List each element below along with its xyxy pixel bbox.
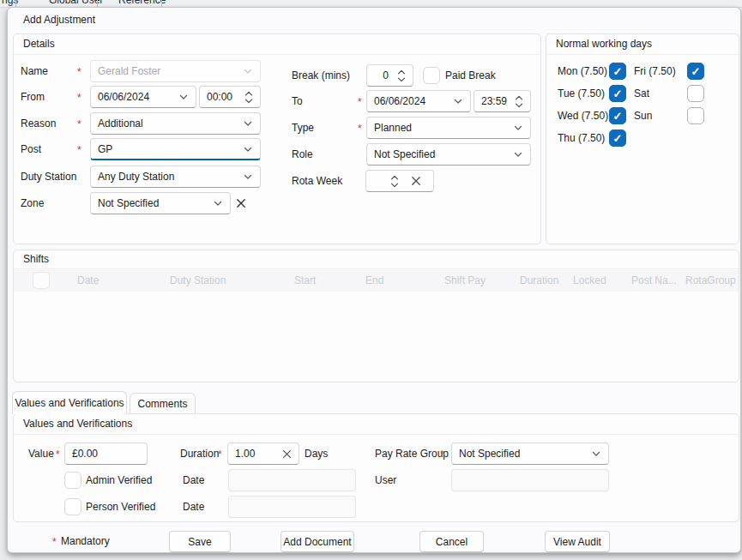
details-group: Details Name * Gerald Foster From * 06/0…: [13, 33, 541, 244]
from-time-spinner[interactable]: 00:00: [199, 86, 261, 108]
post-label: Post: [21, 138, 41, 160]
zone-label: Zone: [21, 192, 44, 214]
admin-date-label: Date: [183, 469, 204, 491]
tab-comments[interactable]: Comments: [130, 393, 196, 414]
chevron-down-icon: [243, 172, 253, 182]
reason-combobox[interactable]: Additional: [90, 112, 261, 135]
spin-down-button[interactable]: [390, 183, 399, 188]
name-label: Name: [21, 60, 48, 82]
post-required-asterisk: *: [77, 138, 81, 160]
cancel-button[interactable]: Cancel: [419, 531, 484, 552]
tue-label: Tue (7.50): [558, 82, 605, 105]
background-tab-reference: Reference: [118, 0, 166, 6]
clear-icon: [411, 176, 421, 186]
zone-combobox[interactable]: Not Specified: [90, 192, 231, 214]
tue-checkbox[interactable]: [609, 85, 626, 102]
post-combobox[interactable]: GP: [90, 138, 261, 160]
fri-label: Fri (7.50): [634, 60, 676, 82]
chevron-down-icon: [397, 77, 406, 82]
tab-label: Values and Verifications: [15, 397, 124, 409]
chevron-up-icon: [390, 175, 399, 180]
to-date-combobox[interactable]: 06/06/2024: [366, 90, 471, 112]
column-header-locked: Locked: [573, 270, 606, 292]
mon-checkbox[interactable]: [609, 63, 626, 80]
wed-checkbox[interactable]: [609, 107, 626, 124]
spin-down-button[interactable]: [244, 99, 253, 104]
screen: ngs Global User Reference Add Adjustment…: [0, 0, 742, 560]
dialog-title: Add Adjustment: [23, 14, 95, 26]
to-required-asterisk: *: [358, 90, 362, 112]
role-combobox[interactable]: Not Specified: [366, 143, 531, 166]
chevron-down-icon: [513, 123, 523, 133]
chevron-up-icon: [397, 69, 406, 75]
column-header-shift-pay: Shift Pay: [444, 270, 486, 292]
clear-icon: [236, 198, 246, 208]
sat-label: Sat: [634, 82, 649, 105]
background-tab-global-user: Global User: [49, 0, 103, 6]
duration-clear-button[interactable]: [282, 449, 292, 459]
spin-up-button[interactable]: [390, 175, 399, 180]
spin-down-button[interactable]: [515, 103, 523, 108]
rota-week-spinner[interactable]: [365, 170, 434, 192]
chevron-down-icon: [243, 144, 253, 154]
zone-clear-button[interactable]: [236, 198, 246, 208]
spin-up-button[interactable]: [244, 91, 253, 96]
duty-station-combobox[interactable]: Any Duty Station: [90, 166, 261, 188]
value-required-asterisk: *: [56, 443, 60, 465]
tab-values-and-verifications[interactable]: Values and Verifications: [12, 391, 127, 414]
wed-label: Wed (7.50): [558, 105, 608, 127]
add-document-button[interactable]: Add Document: [281, 531, 354, 552]
column-header-start: Start: [294, 270, 316, 292]
shifts-table-body: [14, 292, 739, 382]
admin-date-input: [228, 469, 356, 491]
user-label: User: [375, 469, 396, 491]
name-required-asterisk: *: [77, 60, 81, 82]
break-mins-label: Break (mins): [292, 64, 350, 87]
chevron-down-icon: [453, 96, 463, 106]
sun-label: Sun: [634, 105, 652, 127]
to-time-spinner[interactable]: 23:59: [474, 90, 531, 112]
person-verified-checkbox[interactable]: [64, 498, 81, 515]
type-required-asterisk: *: [358, 117, 362, 139]
reason-label: Reason: [21, 112, 56, 135]
value-input[interactable]: £0.00: [64, 443, 148, 465]
type-combobox[interactable]: Planned: [366, 117, 531, 139]
values-verifications-title: Values and Verifications: [14, 414, 739, 435]
sat-checkbox[interactable]: [687, 85, 704, 102]
thu-checkbox[interactable]: [609, 129, 626, 147]
pay-rate-group-required-asterisk: *: [440, 443, 444, 465]
column-header-post-name: Post Na...: [631, 270, 677, 292]
duration-unit-label: Days: [305, 443, 328, 465]
break-mins-spinner[interactable]: 0: [366, 64, 413, 87]
admin-verified-label: Admin Verified: [86, 469, 152, 491]
column-header-duration: Duration: [520, 270, 558, 292]
spin-down-button[interactable]: [397, 77, 406, 82]
pay-rate-group-combobox[interactable]: Not Specified: [451, 443, 609, 465]
pay-rate-group-label: Pay Rate Group: [375, 443, 449, 465]
paid-break-checkbox[interactable]: [423, 67, 440, 84]
user-input: [451, 469, 609, 491]
normal-working-days-group: Normal working days Mon (7.50) Fri (7.50…: [546, 33, 739, 244]
shifts-table-header: Date Duty Station Start End Shift Pay Du…: [14, 270, 739, 292]
person-verified-label: Person Verified: [86, 496, 155, 518]
sun-checkbox[interactable]: [687, 107, 704, 124]
duty-station-label: Duty Station: [21, 166, 76, 188]
mandatory-label: Mandatory: [61, 530, 110, 552]
spin-up-button[interactable]: [515, 95, 523, 100]
from-date-combobox[interactable]: 06/06/2024: [90, 86, 196, 108]
duration-required-asterisk: *: [218, 443, 222, 465]
chevron-down-icon: [513, 149, 523, 160]
rota-week-label: Rota Week: [292, 170, 342, 192]
rota-week-clear-button[interactable]: [411, 176, 421, 186]
shifts-group-title: Shifts: [14, 250, 739, 269]
mon-label: Mon (7.50): [558, 60, 607, 82]
duration-input[interactable]: 1.00: [227, 443, 299, 465]
chevron-down-icon: [390, 183, 399, 188]
name-combobox: Gerald Foster: [90, 60, 261, 82]
spin-up-button[interactable]: [397, 69, 406, 75]
normal-working-days-title: Normal working days: [546, 34, 739, 55]
admin-verified-checkbox[interactable]: [64, 472, 81, 489]
view-audit-button[interactable]: View Audit: [545, 531, 610, 552]
fri-checkbox[interactable]: [687, 63, 704, 80]
save-button[interactable]: Save: [169, 531, 231, 552]
